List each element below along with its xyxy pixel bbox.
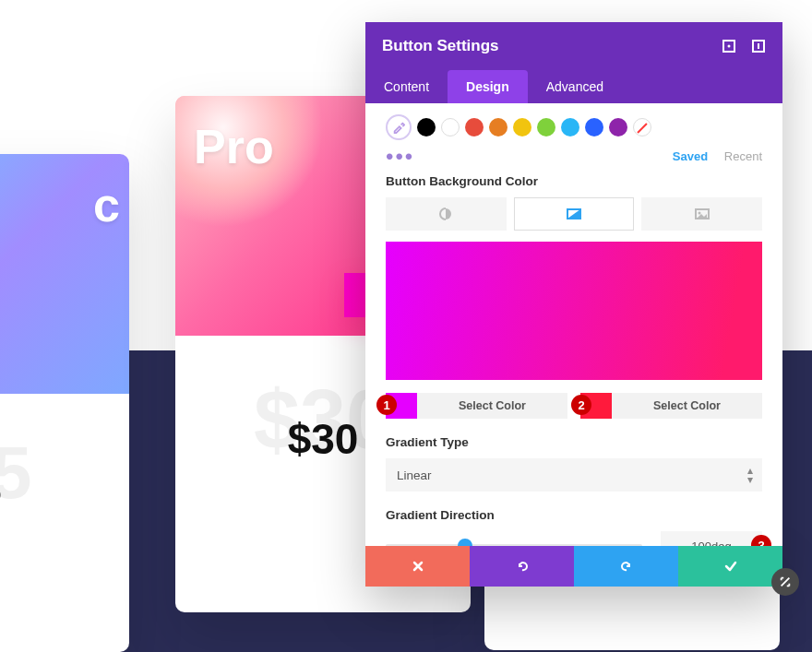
- color-swatches-row: [386, 114, 762, 140]
- help-icon[interactable]: [751, 39, 766, 53]
- select-color-2-button[interactable]: Select Color: [612, 393, 762, 419]
- more-options-icon[interactable]: •••: [386, 152, 414, 161]
- price-basic: 5: [0, 469, 2, 514]
- gradient-type-select[interactable]: Linear: [386, 458, 762, 492]
- slider-track: [386, 544, 642, 546]
- gradient-type-label: Gradient Type: [386, 435, 762, 449]
- panel-tabs: Content Design Advanced: [365, 70, 782, 103]
- expand-icon[interactable]: [722, 39, 736, 53]
- plan-title-basic: c: [93, 177, 120, 232]
- recent-link[interactable]: Recent: [724, 149, 762, 163]
- bg-type-image-icon[interactable]: [641, 197, 762, 231]
- swatch-black[interactable]: [417, 118, 436, 136]
- gradient-color-1: 1 Select Color: [386, 393, 567, 419]
- redo-button[interactable]: [574, 546, 678, 587]
- gradient-direction-input[interactable]: [661, 531, 762, 546]
- button-settings-panel: Button Settings Content Design Advanced: [365, 22, 782, 587]
- bg-type-gradient-icon[interactable]: [514, 197, 635, 231]
- close-button[interactable]: [365, 546, 470, 587]
- confirm-button[interactable]: [678, 546, 782, 587]
- eyedropper-icon[interactable]: [386, 114, 412, 140]
- swatch-red[interactable]: [465, 118, 484, 136]
- panel-header-icons: [722, 39, 766, 53]
- select-color-1-button[interactable]: Select Color: [417, 393, 567, 419]
- gradient-type-select-wrap: Linear ▴▾: [386, 458, 762, 492]
- annotation-3: 3: [751, 535, 771, 546]
- resize-handle-icon[interactable]: [771, 568, 799, 596]
- gradient-direction-row: 3: [386, 531, 762, 546]
- price-shadow-basic: 15: [0, 431, 31, 516]
- gradient-direction-label: Gradient Direction: [386, 508, 762, 522]
- svg-point-1: [728, 45, 731, 48]
- gradient-color-2: 2 Select Color: [580, 393, 762, 419]
- saved-recent-group: Saved Recent: [660, 149, 762, 163]
- price-pro: $30: [288, 414, 359, 464]
- gradient-direction-slider[interactable]: [386, 539, 642, 546]
- panel-body: ••• Saved Recent Button Background Color…: [365, 103, 782, 546]
- annotation-1: 1: [376, 395, 397, 415]
- panel-title: Button Settings: [382, 37, 499, 55]
- swatch-yellow[interactable]: [513, 118, 531, 136]
- bg-type-solid-icon[interactable]: [386, 197, 507, 231]
- plan-title-pro: Pro: [194, 119, 274, 174]
- pricing-card-basic: c Buy Now 15 5: [0, 154, 129, 652]
- swatch-purple[interactable]: [609, 118, 627, 136]
- swatch-orange[interactable]: [489, 118, 508, 136]
- slider-thumb[interactable]: [458, 539, 472, 546]
- panel-action-bar: [365, 546, 782, 587]
- gradient-preview: [386, 242, 762, 380]
- swatch-none-icon[interactable]: [633, 118, 651, 136]
- gradient-colors-row: 1 Select Color 2 Select Color: [386, 393, 762, 419]
- card-basic-image: c Buy Now: [0, 154, 129, 394]
- saved-recent-row: ••• Saved Recent: [386, 149, 762, 163]
- annotation-2: 2: [571, 395, 591, 415]
- swatch-lightblue[interactable]: [561, 118, 579, 136]
- svg-point-6: [698, 212, 700, 215]
- tab-content[interactable]: Content: [365, 70, 448, 103]
- tab-design[interactable]: Design: [448, 70, 528, 103]
- swatch-blue[interactable]: [585, 118, 603, 136]
- button-background-color-label: Button Background Color: [386, 174, 762, 188]
- undo-button[interactable]: [470, 546, 574, 587]
- swatch-green[interactable]: [537, 118, 555, 136]
- panel-header: Button Settings: [365, 22, 782, 70]
- saved-link[interactable]: Saved: [673, 149, 708, 163]
- background-type-segment: [386, 197, 762, 231]
- swatch-white[interactable]: [441, 118, 460, 136]
- tab-advanced[interactable]: Advanced: [528, 70, 622, 103]
